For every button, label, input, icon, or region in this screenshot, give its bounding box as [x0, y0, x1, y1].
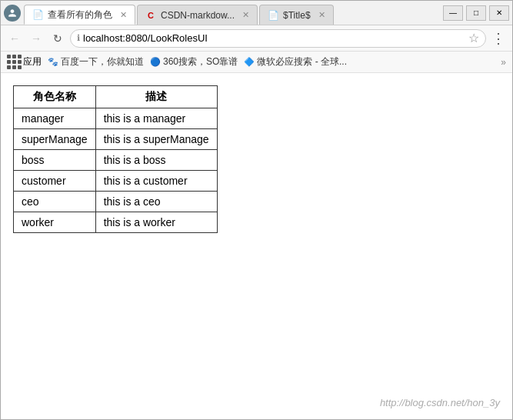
titlebar: 📄 查看所有的角色 ✕ C CSDN-markdow... ✕ 📄 $Title… [1, 1, 512, 25]
user-avatar [4, 5, 21, 22]
table-row: workerthis is a worker [14, 212, 218, 233]
menu-button[interactable]: ⋮ [489, 29, 508, 48]
info-icon: ℹ [77, 33, 80, 43]
role-name: manager [14, 108, 96, 129]
bookmark-360[interactable]: 🔵 360搜索，SO靠谱 [150, 55, 238, 68]
tab-label: CSDN-markdow... [161, 10, 235, 21]
role-name: ceo [14, 192, 96, 212]
tab-look-roles[interactable]: 📄 查看所有的角色 ✕ [24, 5, 135, 25]
col-header-description: 描述 [95, 86, 217, 108]
tab-csdn[interactable]: C CSDN-markdow... ✕ [137, 5, 258, 25]
table-row: managerthis is a manager [14, 108, 218, 129]
refresh-button[interactable]: ↻ [48, 29, 67, 48]
bookmark-baidu-label: 百度一下，你就知道 [61, 55, 144, 68]
bookmark-star-icon[interactable]: ☆ [468, 31, 479, 45]
360-icon: 🔵 [150, 57, 161, 67]
role-description: this is a customer [95, 171, 217, 192]
address-input[interactable] [83, 32, 465, 44]
tab-title[interactable]: 📄 $Title$ ✕ [259, 5, 334, 25]
bookmark-bing[interactable]: 🔷 微软必应搜索 - 全球... [244, 55, 347, 68]
bookmark-baidu[interactable]: 🐾 百度一下，你就知道 [48, 55, 144, 68]
tab-close-3[interactable]: ✕ [318, 10, 325, 20]
maximize-button[interactable]: □ [466, 5, 486, 21]
table-header-row: 角色名称 描述 [14, 86, 218, 108]
apps-label: 应用 [23, 55, 42, 68]
table-row: ceothis is a ceo [14, 192, 218, 212]
role-name: worker [14, 212, 96, 233]
bookmarks-more-button[interactable]: » [501, 57, 506, 68]
table-row: customerthis is a customer [14, 171, 218, 192]
forward-button[interactable]: → [27, 29, 45, 48]
watermark: http://blog.csdn.net/hon_3y [380, 397, 500, 408]
window-controls: — □ ✕ [443, 5, 509, 21]
tab-close-1[interactable]: ✕ [120, 10, 127, 20]
role-name: customer [14, 171, 96, 192]
role-description: this is a manager [95, 108, 217, 129]
tab-label: 查看所有的角色 [48, 8, 112, 22]
bookmarks-bar: 应用 🐾 百度一下，你就知道 🔵 360搜索，SO靠谱 🔷 微软必应搜索 - 全… [1, 52, 512, 73]
address-bar-container[interactable]: ℹ ☆ [70, 29, 486, 48]
role-name: superManage [14, 129, 96, 150]
apps-button[interactable]: 应用 [7, 55, 42, 69]
role-description: this is a worker [95, 212, 217, 233]
close-button[interactable]: ✕ [489, 5, 509, 21]
role-description: this is a boss [95, 150, 217, 171]
bing-icon: 🔷 [244, 57, 255, 67]
tab-close-2[interactable]: ✕ [242, 10, 249, 20]
back-button[interactable]: ← [5, 29, 24, 48]
role-description: this is a ceo [95, 192, 217, 212]
tab-label: $Title$ [283, 10, 311, 21]
page-icon: 📄 [32, 9, 43, 20]
table-row: bossthis is a boss [14, 150, 218, 171]
role-description: this is a superManage [95, 129, 217, 150]
navbar: ← → ↻ ℹ ☆ ⋮ [1, 25, 512, 52]
table-row: superManagethis is a superManage [14, 129, 218, 150]
page-icon2: 📄 [268, 10, 278, 21]
bookmark-360-label: 360搜索，SO靠谱 [163, 55, 238, 68]
bookmark-bing-label: 微软必应搜索 - 全球... [257, 55, 347, 68]
baidu-icon: 🐾 [48, 57, 58, 67]
minimize-button[interactable]: — [443, 5, 463, 21]
roles-table: 角色名称 描述 managerthis is a managersuperMan… [13, 85, 218, 233]
role-name: boss [14, 150, 96, 171]
tab-bar: 📄 查看所有的角色 ✕ C CSDN-markdow... ✕ 📄 $Title… [24, 1, 438, 25]
browser-window: 📄 查看所有的角色 ✕ C CSDN-markdow... ✕ 📄 $Title… [0, 0, 513, 420]
col-header-name: 角色名称 [14, 86, 96, 108]
page-content: 角色名称 描述 managerthis is a managersuperMan… [1, 73, 512, 419]
csdn-icon: C [145, 10, 156, 21]
apps-icon [7, 55, 22, 69]
